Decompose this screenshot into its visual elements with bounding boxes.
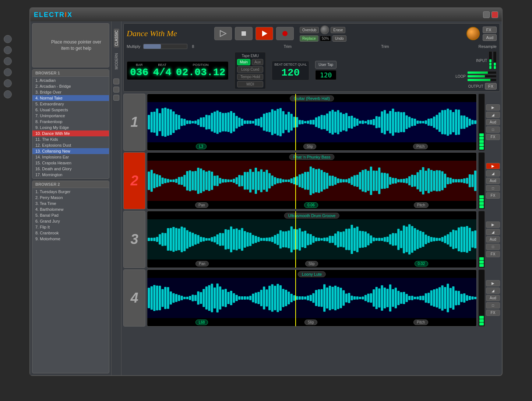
- track-number-1[interactable]: 1: [123, 94, 145, 151]
- fx-button-top[interactable]: FX: [483, 27, 497, 33]
- track-btn-1-3[interactable]: □: [486, 126, 500, 133]
- browser-item[interactable]: 9. Motorhome: [32, 236, 109, 242]
- stop-button[interactable]: [235, 27, 253, 40]
- loop-cued-button[interactable]: Loop Cued: [237, 66, 263, 73]
- browser-item[interactable]: 4. Normal Take: [32, 95, 109, 101]
- midi-button[interactable]: MIDI: [237, 81, 263, 87]
- browser-item[interactable]: 14. Implosions Ear: [32, 154, 109, 160]
- track-btn-1-4[interactable]: FX: [486, 134, 500, 140]
- side-ctrl-2[interactable]: [113, 87, 119, 93]
- track-number-3[interactable]: 3: [123, 211, 145, 268]
- overdub-knob[interactable]: [320, 25, 329, 34]
- track-waveform-3[interactable]: Ultrasmooth Drum GroovePanSlip0.02: [147, 211, 477, 268]
- side-ctrl-3[interactable]: [113, 95, 119, 101]
- pan-button-2[interactable]: Pan: [195, 202, 208, 208]
- svg-rect-12: [164, 108, 166, 137]
- slip-button-2[interactable]: 0.06: [304, 202, 318, 208]
- browser-item[interactable]: 11. The Kids: [32, 136, 109, 142]
- browser-item[interactable]: 5. Banal Pad: [32, 212, 109, 218]
- track-btn-3-4[interactable]: FX: [486, 251, 500, 257]
- erase-button[interactable]: Erase: [331, 27, 345, 33]
- pan-button-3[interactable]: Pan: [195, 261, 209, 266]
- track-btn-4-3[interactable]: □: [486, 302, 500, 308]
- svg-rect-153: [219, 178, 221, 184]
- pitch-button-2[interactable]: Pitch: [414, 202, 429, 208]
- track-btn-1-0[interactable]: ▶: [486, 104, 500, 111]
- aud-button-top[interactable]: Aud: [483, 34, 497, 41]
- pitch-button-4[interactable]: Pitch: [413, 320, 428, 325]
- track-btn-4-2[interactable]: Aud: [486, 295, 500, 301]
- browser-item[interactable]: 4. Bartholomew: [32, 206, 109, 212]
- browser-item[interactable]: 3. Tea Time: [32, 200, 109, 206]
- track-waveform-1[interactable]: Guitar (Reverb Hall)L3SlipPitch: [147, 94, 477, 151]
- side-ctrl-1[interactable]: [113, 79, 119, 84]
- track-btn-2-1[interactable]: ◢: [486, 170, 500, 177]
- browser-item[interactable]: 13. Collansing New: [32, 148, 109, 154]
- aux-button[interactable]: Aux: [252, 59, 263, 65]
- multiply-bar[interactable]: [143, 44, 187, 49]
- browser-item[interactable]: 5. Extraordinary: [32, 101, 109, 107]
- replace-button[interactable]: Replace: [300, 35, 318, 42]
- pitch-button-3[interactable]: 0.02: [415, 261, 428, 266]
- browser-item[interactable]: 15. Crapola Heaven: [32, 160, 109, 166]
- track-btn-4-0[interactable]: ▶: [486, 280, 500, 286]
- slip-button-1[interactable]: Slip: [303, 144, 316, 149]
- svg-rect-187: [312, 168, 314, 193]
- browser-item[interactable]: 7. Unimportance: [32, 113, 109, 119]
- pan-button-4[interactable]: L68: [195, 320, 208, 325]
- track-btn-2-2[interactable]: Aud: [486, 178, 500, 184]
- browser-item[interactable]: 1. Tuesdays Burger: [32, 189, 109, 195]
- track-btn-3-2[interactable]: Aud: [486, 236, 500, 243]
- modern-tab[interactable]: MODERN: [114, 53, 119, 69]
- track-number-2[interactable]: 2: [123, 152, 145, 209]
- minimize-button[interactable]: [483, 11, 490, 18]
- browser-item[interactable]: 6. Grand Jury: [32, 218, 109, 224]
- browser-item[interactable]: 10. Dance With Me: [32, 130, 109, 136]
- track-btn-3-0[interactable]: ▶: [486, 222, 500, 228]
- browser-item[interactable]: 1. Arcadian: [32, 77, 109, 83]
- play-button[interactable]: [256, 27, 273, 40]
- main-knob[interactable]: [466, 27, 480, 40]
- browser-item[interactable]: 12. Explosions Dust: [32, 142, 109, 148]
- pitch-button-1[interactable]: Pitch: [413, 144, 428, 149]
- cue-button[interactable]: [214, 27, 232, 40]
- overdub-button[interactable]: Overdub: [300, 27, 319, 33]
- track-btn-2-3[interactable]: □: [486, 185, 500, 191]
- slip-button-3[interactable]: Slip: [305, 261, 318, 266]
- browser-item[interactable]: 7. Flip It: [32, 224, 109, 230]
- user-tap-button[interactable]: User Tap: [315, 61, 337, 69]
- browser-item[interactable]: 8. Frankenloop: [32, 119, 109, 125]
- slip-button-4[interactable]: Slip: [304, 320, 317, 325]
- browser-item[interactable]: 9. Losing My Edge: [32, 125, 109, 130]
- browser-item[interactable]: 2. Arcadian - Bridge: [32, 83, 109, 89]
- browser-item[interactable]: 3. Bridge Over: [32, 89, 109, 95]
- close-button[interactable]: [492, 11, 498, 18]
- main-button[interactable]: Main: [237, 59, 250, 65]
- track-btn-3-1[interactable]: ◢: [486, 229, 500, 235]
- track-waveform-2[interactable]: Phat 'n Phunky BassPan0.06Pitch: [147, 152, 477, 209]
- record-button[interactable]: [276, 27, 294, 40]
- svg-rect-107: [425, 120, 427, 124]
- pan-button-1[interactable]: L3: [196, 144, 207, 149]
- track-waveform-4[interactable]: Loony LuteL68SlipPitch: [147, 269, 477, 327]
- output-fx-button[interactable]: FX: [485, 83, 497, 90]
- browser-item[interactable]: 16. Death and Glory: [32, 166, 109, 172]
- browser-item[interactable]: 6. Usual Suspects: [32, 107, 109, 113]
- track-btn-4-1[interactable]: ◢: [486, 287, 500, 294]
- svg-rect-53: [276, 109, 279, 136]
- svg-rect-54: [279, 108, 282, 136]
- track-btn-2-0[interactable]: ▶: [486, 163, 500, 169]
- browser-item[interactable]: 17. Mornington: [32, 172, 109, 178]
- track-btn-3-3[interactable]: □: [486, 244, 500, 250]
- undo-button[interactable]: Undo: [332, 35, 346, 42]
- track-number-4[interactable]: 4: [123, 269, 145, 327]
- browser-item[interactable]: 8. Cranbrook: [32, 230, 109, 236]
- track-btn-4-4[interactable]: FX: [486, 310, 500, 316]
- classic-tab[interactable]: CLASSIC: [114, 29, 119, 48]
- tempo-hold-button[interactable]: Tempo Hold: [237, 74, 263, 80]
- track-btn-1-1[interactable]: ◢: [486, 112, 500, 118]
- browser-item[interactable]: 2. Perry Mason: [32, 195, 109, 200]
- track-name-3: Ultrasmooth Drum Groove: [284, 213, 339, 219]
- track-btn-1-2[interactable]: Aud: [486, 119, 500, 125]
- track-btn-2-4[interactable]: FX: [486, 192, 500, 199]
